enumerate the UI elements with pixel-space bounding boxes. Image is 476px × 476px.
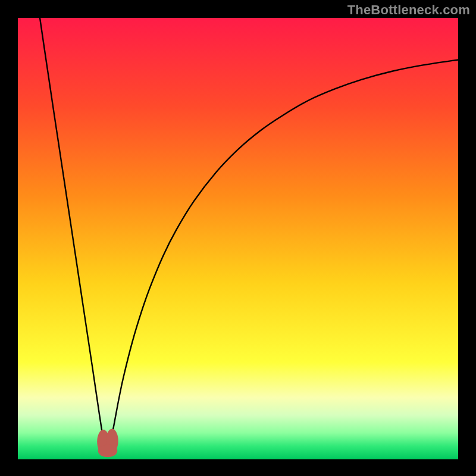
watermark-text: TheBottleneck.com	[347, 2, 470, 18]
plot-background	[18, 18, 458, 459]
valley-marker-base	[98, 445, 118, 458]
bottleneck-chart	[0, 0, 476, 476]
chart-stage: TheBottleneck.com	[0, 0, 476, 476]
